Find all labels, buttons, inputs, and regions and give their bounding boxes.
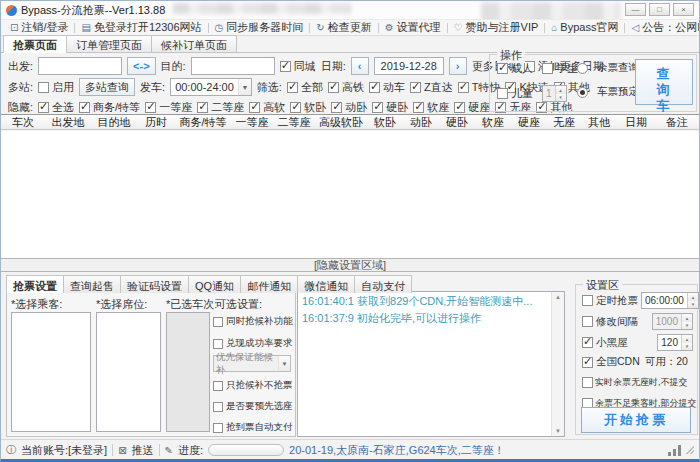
- spinner-up-icon[interactable]: ▴: [682, 335, 692, 343]
- column-header[interactable]: 出发地: [45, 115, 91, 130]
- redeem-rate-checkbox[interactable]: 兑现成功率要求: [213, 337, 293, 350]
- column-header[interactable]: 车次: [1, 115, 45, 130]
- depart-time-select[interactable]: 00:00-24:00▼: [170, 78, 252, 96]
- passenger-listbox[interactable]: [11, 312, 91, 432]
- column-header[interactable]: 日期: [617, 115, 655, 130]
- multi-station-query-button[interactable]: 多站查询: [79, 78, 135, 96]
- column-header[interactable]: 备注: [655, 115, 699, 130]
- date-prev-button[interactable]: ‹: [351, 57, 369, 75]
- column-header[interactable]: 一等座: [231, 115, 273, 130]
- toolbar-check-update[interactable]: ↻检查更新: [310, 20, 377, 35]
- tab-query-sale-start[interactable]: 查询起售: [63, 275, 121, 293]
- date-next-button[interactable]: ›: [449, 57, 467, 75]
- from-input[interactable]: [38, 57, 122, 75]
- waitlist-only-checkbox[interactable]: 只抢候补不抢票: [213, 379, 293, 392]
- spinner-down-icon[interactable]: ▾: [556, 94, 566, 102]
- train-type-checkbox[interactable]: 全部: [287, 80, 323, 95]
- column-header[interactable]: 软卧: [367, 115, 403, 130]
- spinner-arrows[interactable]: ▴▾: [555, 86, 566, 101]
- close-button[interactable]: ×: [673, 3, 694, 16]
- column-header[interactable]: 二等座: [273, 115, 315, 130]
- tab-order-management-page[interactable]: 订单管理页面: [66, 35, 152, 52]
- child-count-stepper[interactable]: 1▴▾: [542, 85, 567, 102]
- student-checkbox[interactable]: 学生: [542, 61, 578, 76]
- spinner-down-icon[interactable]: ▾: [682, 322, 692, 330]
- blacklist-stepper[interactable]: 120▴▾: [657, 334, 693, 351]
- column-header[interactable]: 高级软卧: [315, 115, 367, 130]
- toolbar-sync-time[interactable]: ◷同步服务器时间: [209, 20, 310, 35]
- waitlist-priority-select[interactable]: 优先保证能候补▼: [213, 355, 291, 372]
- spinner-up-icon[interactable]: ▴: [688, 293, 698, 301]
- toolbar-proxy-settings[interactable]: ⚙设置代理: [379, 20, 447, 35]
- preselect-seat-checkbox[interactable]: 是否要预先选座: [213, 400, 293, 413]
- toolbar-open-12306[interactable]: ▤免登录打开12306网站: [75, 20, 207, 35]
- timed-grab-checkbox[interactable]: 定时抢票: [582, 294, 638, 308]
- output-scrollbar[interactable]: ▲ ▼: [551, 292, 564, 436]
- push-label[interactable]: 推送: [132, 443, 154, 458]
- to-input[interactable]: [191, 57, 275, 75]
- train-type-checkbox[interactable]: 动车: [369, 80, 405, 95]
- seat-hide-checkbox[interactable]: 软卧: [290, 100, 326, 115]
- adult-checkbox[interactable]: 成人: [497, 61, 533, 76]
- train-table-body[interactable]: [1, 131, 699, 258]
- enable-multi-station-checkbox[interactable]: 启用: [38, 80, 74, 95]
- book-ticket-radio[interactable]: 车票预定: [577, 85, 639, 99]
- seat-hide-checkbox[interactable]: 硬座: [454, 100, 490, 115]
- train-type-checkbox[interactable]: 高铁: [328, 80, 364, 95]
- national-cdn-checkbox[interactable]: 全国CDN: [582, 355, 640, 369]
- toolbar-logout-login[interactable]: ⊡注销/登录: [4, 20, 74, 35]
- seat-hide-checkbox[interactable]: 高软: [249, 100, 285, 115]
- tab-waitlist-order-page[interactable]: 候补订单页面: [151, 35, 237, 52]
- child-checkbox[interactable]: 儿童: [497, 86, 533, 101]
- seat-hide-checkbox[interactable]: 动卧: [331, 100, 367, 115]
- blacklist-checkbox[interactable]: 小黑屋: [582, 336, 628, 350]
- seat-hide-checkbox[interactable]: 全选: [38, 100, 74, 115]
- column-header[interactable]: 其他: [581, 115, 617, 130]
- column-header[interactable]: 商务/特等: [175, 115, 231, 130]
- column-header[interactable]: 无座: [547, 115, 581, 130]
- interval-stepper[interactable]: 1000▴▾: [652, 313, 693, 330]
- seat-hide-checkbox[interactable]: 软座: [413, 100, 449, 115]
- grab-time-stepper[interactable]: 06:00:00▴▾: [641, 292, 699, 309]
- scroll-down-icon[interactable]: ▼: [555, 428, 561, 434]
- column-header[interactable]: 动卧: [403, 115, 439, 130]
- spinner-up-icon[interactable]: ▴: [556, 86, 566, 94]
- tab-wechat-notify[interactable]: 微信通知: [297, 275, 355, 293]
- maximize-button[interactable]: □: [649, 3, 670, 16]
- waitlist-also-checkbox[interactable]: 同时抢候补功能: [213, 315, 293, 328]
- start-grab-button[interactable]: 开始抢票: [581, 407, 691, 433]
- seat-hide-checkbox[interactable]: 二等座: [197, 100, 244, 115]
- toolbar-vip[interactable]: ♡赞助与注册VIP: [448, 20, 545, 35]
- seat-hide-checkbox[interactable]: 硬卧: [372, 100, 408, 115]
- resize-grip[interactable]: [686, 446, 694, 454]
- column-header[interactable]: 目的地: [91, 115, 137, 130]
- minimize-button[interactable]: —: [625, 3, 646, 16]
- spinner-arrows[interactable]: ▴▾: [681, 314, 692, 329]
- seat-listbox[interactable]: [96, 312, 161, 432]
- spinner-arrows[interactable]: ▴▾: [681, 335, 692, 350]
- auto-pay-checkbox[interactable]: 抢到票自动支付: [213, 421, 293, 434]
- tab-auto-pay[interactable]: 自动支付: [354, 275, 412, 293]
- spinner-down-icon[interactable]: ▾: [688, 301, 698, 309]
- query-remaining-radio[interactable]: 余票查询: [577, 61, 639, 75]
- output-log-area[interactable]: 16:01:40:1 获取到829个CDN,开始智能测速中... 16:01:3…: [297, 291, 565, 437]
- date-input[interactable]: 2019-12-28: [374, 57, 444, 75]
- tab-email-notify[interactable]: 邮件通知: [240, 275, 298, 293]
- column-header[interactable]: 硬座: [511, 115, 547, 130]
- column-header[interactable]: 硬卧: [439, 115, 475, 130]
- tab-grab-settings[interactable]: 抢票设置: [6, 275, 64, 293]
- hide-settings-bar[interactable]: [隐藏设置区域]: [1, 258, 699, 272]
- seat-hide-checkbox[interactable]: 一等座: [145, 100, 192, 115]
- toolbar-announcement[interactable]: ◁公告：公网IP被封了，可以尝试重启光猫解决！: [625, 20, 700, 35]
- train-type-checkbox[interactable]: Z直达: [410, 80, 453, 95]
- column-header[interactable]: 历时: [137, 115, 175, 130]
- toolbar-official-site[interactable]: ⌂Bypass官网: [545, 20, 624, 35]
- spinner-arrows[interactable]: ▴▾: [687, 293, 698, 308]
- scroll-up-icon[interactable]: ▲: [555, 294, 561, 300]
- spinner-up-icon[interactable]: ▴: [682, 314, 692, 322]
- spinner-down-icon[interactable]: ▾: [682, 343, 692, 351]
- seat-hide-checkbox[interactable]: 商务/特等: [79, 100, 140, 115]
- selected-train-listbox[interactable]: [166, 312, 210, 432]
- column-header[interactable]: 软座: [475, 115, 511, 130]
- swap-stations-button[interactable]: <->: [127, 57, 156, 75]
